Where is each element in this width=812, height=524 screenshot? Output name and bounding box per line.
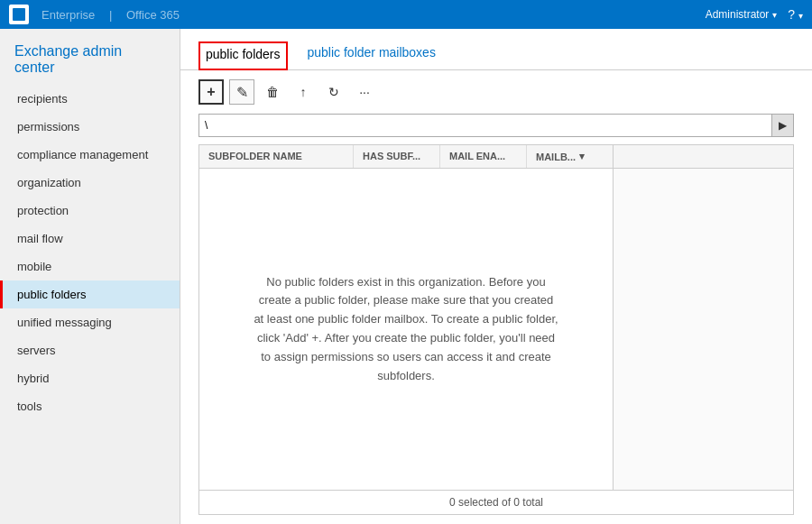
sidebar-item-servers[interactable]: servers: [0, 336, 180, 364]
add-button[interactable]: +: [198, 79, 224, 105]
sidebar-item-permissions[interactable]: permissions: [0, 113, 180, 141]
sidebar: Exchange admin center recipientspermissi…: [0, 29, 180, 524]
table-body: No public folders exist in this organiza…: [199, 169, 793, 490]
sidebar-item-recipients[interactable]: recipients: [0, 85, 180, 113]
empty-message: No public folders exist in this organiza…: [235, 255, 577, 404]
separator: |: [109, 8, 112, 22]
move-up-button[interactable]: ↑: [291, 79, 316, 105]
sidebar-item-protection[interactable]: protection: [0, 197, 180, 225]
admin-label: Administrator: [706, 8, 770, 21]
status-bar: 0 selected of 0 total: [198, 491, 794, 515]
sidebar-item-mobile[interactable]: mobile: [0, 253, 180, 280]
sidebar-item-organization[interactable]: organization: [0, 169, 180, 197]
table-right-panel: [613, 169, 793, 490]
product-label: Office 365: [126, 8, 180, 22]
help-button[interactable]: ? ▾: [788, 7, 803, 22]
col-subfolder-name: SUBFOLDER NAME: [199, 145, 354, 168]
edit-button[interactable]: ✎: [229, 79, 254, 105]
topbar-right: Administrator ▾ ? ▾: [706, 7, 803, 22]
topbar-left: Enterprise | Office 365: [9, 5, 185, 24]
table-area: SUBFOLDER NAME HAS SUBF... MAIL ENA... M…: [198, 144, 794, 491]
path-nav-icon: ▶: [779, 119, 787, 132]
sort-icon: ▾: [579, 151, 585, 162]
help-label: ?: [788, 7, 795, 22]
admin-menu-button[interactable]: Administrator ▾: [706, 8, 778, 21]
col-mail-ena: MAIL ENA...: [440, 145, 527, 168]
path-input[interactable]: [199, 119, 771, 132]
sidebar-item-compliance-management[interactable]: compliance management: [0, 141, 180, 169]
sidebar-title: Exchange admin center: [0, 29, 180, 85]
topbar: Enterprise | Office 365 Administrator ▾ …: [0, 0, 812, 29]
app-logo: [9, 5, 29, 24]
path-nav-button[interactable]: ▶: [771, 115, 793, 136]
main-content: public folderspublic folder mailboxes + …: [180, 29, 812, 524]
status-label: 0 selected of 0 total: [449, 496, 543, 509]
col-right-panel-header: [613, 145, 793, 168]
help-caret: ▾: [798, 11, 803, 21]
enterprise-label: Enterprise: [42, 8, 95, 22]
delete-button[interactable]: 🗑: [260, 79, 285, 105]
main-layout: Exchange admin center recipientspermissi…: [0, 29, 812, 524]
sidebar-item-public-folders[interactable]: public folders: [0, 280, 180, 308]
sidebar-item-mail-flow[interactable]: mail flow: [0, 225, 180, 253]
refresh-button[interactable]: ↻: [321, 79, 346, 105]
public-folders-tab[interactable]: public folders: [198, 41, 288, 70]
path-bar: ▶: [198, 114, 794, 137]
public-folder-mailboxes-tab[interactable]: public folder mailboxes: [306, 40, 438, 70]
table-empty-area: No public folders exist in this organiza…: [199, 169, 613, 490]
app-name: Enterprise | Office 365: [36, 8, 185, 22]
toolbar: + ✎ 🗑 ↑ ↻ ···: [180, 70, 812, 114]
logo-inner: [13, 8, 25, 21]
sidebar-item-tools[interactable]: tools: [0, 392, 180, 420]
col-mailb: MAILB... ▾: [527, 145, 613, 168]
tab-bar: public folderspublic folder mailboxes: [180, 29, 812, 70]
more-button[interactable]: ···: [352, 79, 377, 105]
sidebar-item-unified-messaging[interactable]: unified messaging: [0, 308, 180, 336]
admin-caret: ▾: [772, 10, 777, 20]
col-has-subf: HAS SUBF...: [354, 145, 440, 168]
sidebar-item-hybrid[interactable]: hybrid: [0, 364, 180, 392]
table-header: SUBFOLDER NAME HAS SUBF... MAIL ENA... M…: [199, 145, 793, 169]
